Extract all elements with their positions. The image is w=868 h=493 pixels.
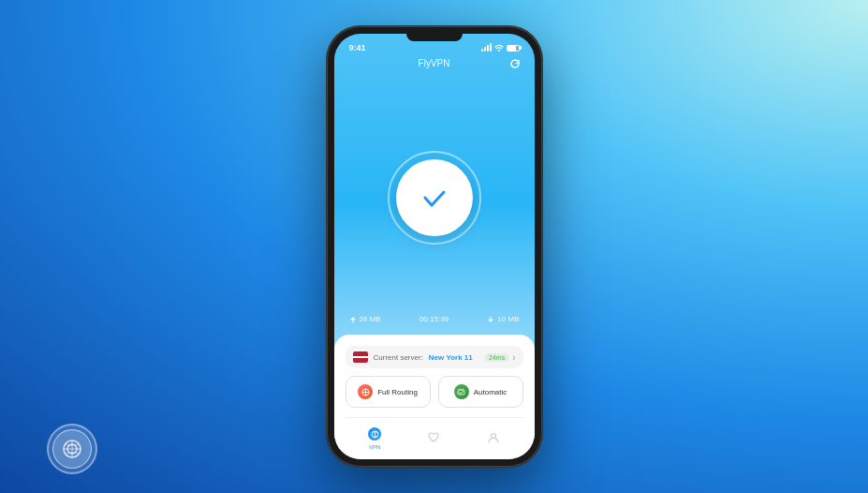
svg-rect-8 <box>458 390 464 395</box>
nav-profile[interactable] <box>485 429 502 446</box>
status-time: 9:41 <box>349 43 366 52</box>
phone-device: 9:41 <box>327 26 542 467</box>
vpn-connect-button[interactable] <box>388 151 481 245</box>
automatic-button[interactable]: Automatic <box>438 376 523 408</box>
action-buttons: Full Routing Automatic <box>346 376 523 408</box>
phone-notch <box>406 34 463 41</box>
status-icons <box>481 44 520 52</box>
server-right: 24ms › <box>485 352 515 363</box>
nav-vpn[interactable]: VPN <box>366 426 383 450</box>
upload-value: 26 MB <box>360 315 381 323</box>
auto-icon <box>454 384 469 399</box>
svg-point-11 <box>491 434 495 439</box>
routing-icon <box>358 384 373 399</box>
phone-frame: 9:41 <box>327 26 542 467</box>
upload-stat: 26 MB <box>349 315 381 323</box>
us-flag-icon <box>353 351 368 363</box>
timer-stat: 00:15:39 <box>419 315 449 323</box>
watermark-icon <box>52 429 92 469</box>
battery-icon <box>507 45 520 52</box>
phone-screen: 9:41 <box>334 34 535 459</box>
favorites-nav-icon <box>425 429 442 446</box>
stats-bar: 26 MB 00:15:39 10 MB <box>334 315 535 335</box>
vpn-nav-icon <box>366 426 383 442</box>
vpn-icon-circle <box>368 427 381 441</box>
upload-arrow-icon <box>349 316 357 323</box>
timer-value: 00:15:39 <box>419 315 449 323</box>
bottom-nav: VPN <box>346 417 523 459</box>
svg-point-4 <box>498 50 500 52</box>
download-value: 10 MB <box>497 315 519 323</box>
download-stat: 10 MB <box>487 315 519 323</box>
full-routing-button[interactable]: Full Routing <box>346 376 431 408</box>
server-name: New York 11 <box>429 353 473 362</box>
routing-label: Full Routing <box>377 388 418 396</box>
chevron-right-icon: › <box>512 352 515 363</box>
vpn-circle-container <box>334 72 535 315</box>
server-label: Current server: <box>374 353 423 362</box>
nav-vpn-label: VPN <box>369 444 380 450</box>
app-title: FlyVPN <box>419 58 450 68</box>
download-arrow-icon <box>487 316 494 323</box>
server-row[interactable]: Current server: New York 11 24ms › <box>346 346 523 368</box>
nav-favorites[interactable] <box>425 429 442 446</box>
vpn-circle-inner <box>396 159 473 236</box>
auto-label: Automatic <box>474 388 508 396</box>
watermark-logo <box>47 424 97 474</box>
ping-badge: 24ms <box>485 353 508 362</box>
profile-nav-icon <box>485 429 502 446</box>
bottom-card: Current server: New York 11 24ms › <box>334 335 535 459</box>
checkmark-icon <box>418 181 451 215</box>
server-info: Current server: New York 11 <box>353 351 473 363</box>
app-header: FlyVPN <box>334 56 535 72</box>
wifi-icon <box>494 44 504 52</box>
refresh-icon[interactable] <box>508 57 522 70</box>
signal-icon <box>481 44 492 52</box>
